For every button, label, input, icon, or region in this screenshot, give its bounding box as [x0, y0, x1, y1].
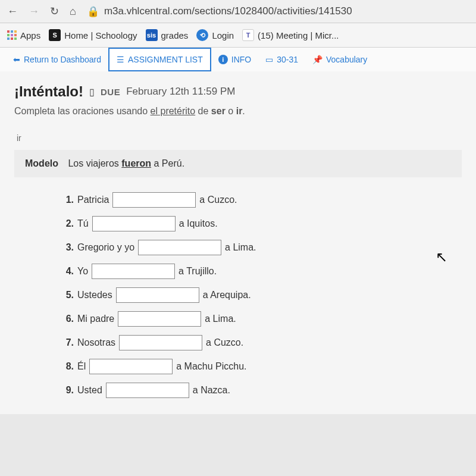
- tab-info[interactable]: i INFO: [211, 49, 258, 70]
- bookmark-label: grades: [161, 30, 189, 40]
- address-bar[interactable]: 🔒 m3a.vhlcentral.com/sections/1028400/ac…: [87, 5, 469, 18]
- apps-grid-icon: [7, 30, 17, 40]
- question-post: a Lima.: [205, 314, 236, 324]
- title-row: ¡Inténtalo! ▯ DUE February 12th 11:59 PM: [14, 83, 462, 100]
- question-pre: Mi padre: [77, 314, 114, 324]
- questions-list: 1.Patriciaa Cuzco.2.Túa Iquitos.3.Gregor…: [14, 177, 462, 402]
- url-text: m3a.vhlcentral.com/sections/1028400/acti…: [104, 5, 352, 17]
- apps-label: Apps: [20, 30, 40, 40]
- sis-icon: sis: [146, 29, 158, 41]
- question-row: 5.Ustedesa Arequipa.: [62, 283, 462, 307]
- question-number: 1.: [62, 195, 74, 205]
- question-post: a Cuzco.: [206, 337, 243, 348]
- pin-icon: 📌: [312, 55, 322, 64]
- question-post: a Arequipa.: [203, 290, 251, 300]
- question-row: 3.Gregorio y yoa Lima.: [62, 236, 462, 259]
- answer-input[interactable]: [92, 264, 175, 279]
- tab-label: Vocabulary: [326, 55, 367, 64]
- return-label: Return to Dashboard: [24, 55, 101, 64]
- question-pre: Yo: [77, 266, 88, 277]
- question-row: 4.Yoa Trujillo.: [62, 259, 462, 283]
- list-icon: ☰: [117, 55, 124, 64]
- bookmark-login[interactable]: ⟲ Login: [196, 29, 234, 41]
- question-post: a Machu Picchu.: [176, 361, 246, 372]
- answer-input[interactable]: [92, 216, 176, 231]
- question-number: 6.: [62, 314, 74, 324]
- answer-input[interactable]: [119, 335, 202, 350]
- answer-input[interactable]: [112, 192, 196, 208]
- tab-label: INFO: [231, 55, 251, 64]
- forward-icon[interactable]: →: [29, 5, 39, 18]
- question-number: 4.: [62, 266, 74, 277]
- login-icon: ⟲: [196, 29, 208, 41]
- question-number: 7.: [62, 337, 74, 348]
- question-post: a Lima.: [225, 242, 256, 253]
- bookmark-teams[interactable]: T (15) Meeting | Micr...: [242, 29, 339, 41]
- question-row: 8.Éla Machu Picchu.: [62, 355, 462, 378]
- bookmark-label: Home | Schoology: [64, 30, 137, 40]
- bookmark-label: Login: [212, 30, 234, 40]
- tab-pages[interactable]: ▭ 30-31: [258, 49, 305, 70]
- question-post: a Cuzco.: [199, 195, 237, 205]
- question-pre: Tú: [77, 218, 89, 229]
- modelo-box: Modelo Los viajeros fueron a Perú.: [14, 150, 462, 177]
- reload-icon[interactable]: ↻: [50, 5, 59, 18]
- question-row: 9.Usteda Nazca.: [62, 378, 462, 402]
- bookmark-label: (15) Meeting | Micr...: [258, 30, 339, 40]
- answer-input[interactable]: [138, 240, 221, 255]
- question-pre: Ustedes: [77, 290, 112, 300]
- answer-input[interactable]: [116, 287, 199, 303]
- modelo-label: Modelo: [25, 158, 58, 168]
- answer-input[interactable]: [118, 311, 201, 327]
- tab-assignment-list[interactable]: ☰ ASSIGNMENT LIST: [108, 48, 211, 71]
- question-pre: Patricia: [77, 195, 109, 205]
- question-row: 6.Mi padrea Lima.: [62, 307, 462, 331]
- grammar-link[interactable]: el pretérito: [151, 106, 196, 116]
- home-icon[interactable]: ⌂: [70, 5, 76, 18]
- question-post: a Iquitos.: [179, 218, 218, 229]
- book-icon: ▭: [265, 55, 273, 64]
- modelo-answer: fueron: [121, 158, 151, 168]
- question-row: 2.Túa Iquitos.: [62, 212, 462, 236]
- question-post: a Nazca.: [193, 385, 230, 396]
- question-pre: Él: [77, 361, 86, 372]
- tab-vocabulary[interactable]: 📌 Vocabulary: [305, 49, 374, 70]
- return-dashboard-link[interactable]: ⬅ Return to Dashboard: [6, 49, 108, 70]
- tab-label: ASSIGNMENT LIST: [128, 55, 203, 64]
- return-arrow-icon: ⬅: [13, 55, 20, 64]
- question-number: 8.: [62, 361, 74, 372]
- question-row: 1.Patriciaa Cuzco.: [62, 188, 462, 212]
- due-label: DUE: [101, 87, 120, 97]
- question-number: 3.: [62, 242, 74, 253]
- bookmark-grades[interactable]: sis grades: [146, 29, 189, 41]
- question-number: 9.: [62, 385, 74, 396]
- question-pre: Gregorio y yo: [77, 242, 134, 253]
- lock-icon: 🔒: [87, 5, 99, 18]
- browser-nav-bar: ← → ↻ ⌂ 🔒 m3a.vhlcentral.com/sections/10…: [0, 0, 476, 23]
- schoology-icon: S: [49, 29, 61, 41]
- due-date: February 12th 11:59 PM: [126, 86, 235, 98]
- back-icon[interactable]: ←: [7, 5, 18, 18]
- question-number: 2.: [62, 218, 74, 229]
- question-pre: Usted: [77, 385, 102, 396]
- question-row: 7.Nosotrasa Cuzco.: [62, 331, 462, 355]
- question-post: a Trujillo.: [178, 266, 217, 277]
- answer-input[interactable]: [106, 383, 189, 398]
- apps-button[interactable]: Apps: [7, 30, 40, 40]
- instructions: Completa las oraciones usando el pretéri…: [14, 106, 462, 117]
- activity-content: ¡Inténtalo! ▯ DUE February 12th 11:59 PM…: [0, 71, 476, 414]
- section-label: ir: [14, 117, 462, 150]
- teams-icon: T: [242, 29, 254, 41]
- question-pre: Nosotras: [77, 337, 115, 348]
- question-number: 5.: [62, 290, 74, 300]
- bookmark-schoology[interactable]: S Home | Schoology: [49, 29, 137, 41]
- activity-title: ¡Inténtalo!: [14, 83, 83, 100]
- info-icon: i: [218, 55, 228, 64]
- textbook-icon[interactable]: ▯: [89, 86, 95, 98]
- answer-input[interactable]: [89, 359, 173, 374]
- bookmarks-bar: Apps S Home | Schoology sis grades ⟲ Log…: [0, 23, 476, 48]
- activity-tabs: ⬅ Return to Dashboard ☰ ASSIGNMENT LIST …: [0, 48, 476, 71]
- tab-label: 30-31: [277, 55, 298, 64]
